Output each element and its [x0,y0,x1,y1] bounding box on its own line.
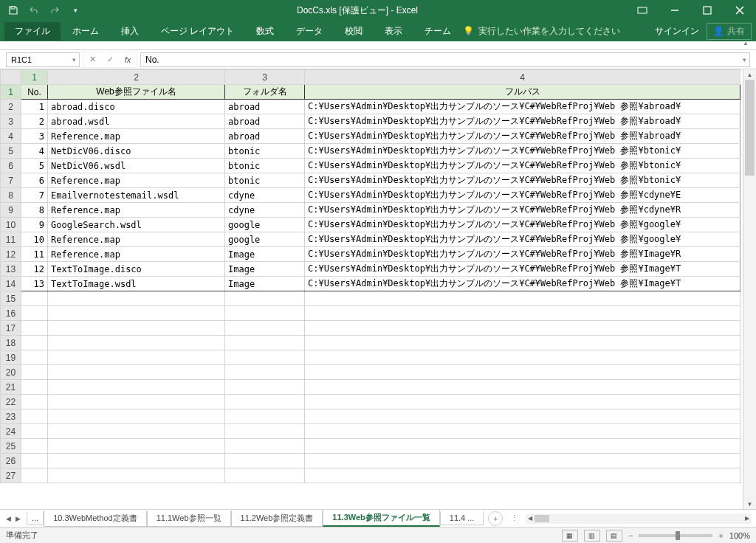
row-head[interactable]: 11 [1,232,21,247]
row-head[interactable]: 22 [1,395,21,409]
cell[interactable]: GoogleSearch.wsdl [48,218,225,232]
tab-nav-next-icon[interactable]: ▶ [16,515,21,522]
cell[interactable]: Image [225,247,305,262]
tab-nav-prev-icon[interactable]: ◀ [6,515,11,522]
cell[interactable]: Reference.map [48,232,225,247]
tab-view[interactable]: 表示 [374,22,413,41]
scroll-down-icon[interactable]: ▼ [743,499,756,509]
redo-icon[interactable] [49,4,61,16]
sheet-tab-more-left[interactable]: ... [27,511,44,525]
sheet-tab-1[interactable]: 10.3WebMethod定義書 [44,511,147,527]
cell[interactable] [305,291,740,306]
select-all-corner[interactable] [1,70,21,85]
scroll-right-icon[interactable]: ▶ [743,513,752,524]
cell[interactable] [21,336,48,350]
tab-review[interactable]: 校閲 [334,22,373,41]
cell[interactable] [305,350,740,365]
cell[interactable]: 8 [21,203,48,218]
cell[interactable]: C:¥Users¥Admin¥Desktop¥出力サンプルのソース¥C#¥Web… [305,159,740,173]
cell[interactable] [225,336,305,350]
cell[interactable]: 1 [21,100,48,114]
cell[interactable] [305,439,740,454]
cell[interactable] [225,306,305,321]
row-head[interactable]: 24 [1,424,21,439]
cell[interactable] [305,409,740,424]
cell[interactable] [48,350,225,365]
tab-data[interactable]: データ [286,22,333,41]
cell[interactable] [48,321,225,336]
header-no[interactable]: No. [21,85,48,100]
cell[interactable]: 2 [21,114,48,129]
cell[interactable] [21,468,48,483]
vscroll-thumb[interactable] [745,80,755,176]
sheet-tab-5[interactable]: 11.4 ... [440,511,484,525]
cell[interactable] [48,439,225,454]
row-head[interactable]: 8 [1,188,21,203]
cell[interactable]: abroad.disco [48,100,225,114]
row-head[interactable]: 4 [1,129,21,144]
cell[interactable] [305,336,740,350]
cell[interactable]: cdyne [225,188,305,203]
cell[interactable] [48,380,225,395]
row-head[interactable]: 21 [1,380,21,395]
cell[interactable]: C:¥Users¥Admin¥Desktop¥出力サンプルのソース¥C#¥Web… [305,247,740,262]
cell[interactable] [21,365,48,380]
row-head[interactable]: 1 [1,85,21,100]
cell[interactable]: 11 [21,247,48,262]
cell[interactable]: 4 [21,144,48,159]
row-head[interactable]: 18 [1,336,21,350]
cell[interactable] [305,424,740,439]
row-head[interactable]: 14 [1,277,21,291]
cell[interactable] [21,439,48,454]
cell[interactable] [21,306,48,321]
zoom-slider[interactable] [639,534,712,537]
tab-formulas[interactable]: 数式 [246,22,284,41]
cell[interactable] [305,321,740,336]
cell[interactable]: 5 [21,159,48,173]
cell[interactable] [225,291,305,306]
cell[interactable]: 7 [21,188,48,203]
cell[interactable]: abroad [225,114,305,129]
cell[interactable]: btonic [225,144,305,159]
cell[interactable] [225,321,305,336]
cell[interactable] [225,365,305,380]
cell[interactable]: abroad.wsdl [48,114,225,129]
cell[interactable]: 13 [21,277,48,291]
cell[interactable] [48,291,225,306]
cell[interactable] [48,454,225,468]
minimize-icon[interactable] [659,0,691,21]
header-path[interactable]: フルパス [305,85,740,100]
zoom-in-button[interactable]: + [718,531,723,540]
view-pagebreak-icon[interactable]: ▤ [606,530,622,542]
cell[interactable]: google [225,218,305,232]
cell[interactable] [225,380,305,395]
cell[interactable]: 9 [21,218,48,232]
name-box[interactable]: R1C1 [6,52,80,67]
cell[interactable]: google [225,232,305,247]
cell[interactable] [21,350,48,365]
cell[interactable]: C:¥Users¥Admin¥Desktop¥出力サンプルのソース¥C#¥Web… [305,218,740,232]
sheet-tab-2[interactable]: 11.1Web参照一覧 [147,511,231,527]
formula-input[interactable]: No. [140,52,750,67]
row-head[interactable]: 2 [1,100,21,114]
zoom-level[interactable]: 100% [729,531,750,540]
col-head-4[interactable]: 4 [305,70,740,85]
cell[interactable]: Reference.map [48,203,225,218]
cell[interactable] [48,424,225,439]
cell[interactable] [48,365,225,380]
row-head[interactable]: 16 [1,306,21,321]
cell[interactable] [225,424,305,439]
cell[interactable] [48,306,225,321]
enter-formula-icon[interactable]: ✓ [101,52,119,67]
cell[interactable] [21,454,48,468]
row-head[interactable]: 23 [1,409,21,424]
share-button[interactable]: 👤 共有 [707,23,752,40]
cell[interactable] [305,306,740,321]
row-head[interactable]: 13 [1,262,21,277]
view-pagelayout-icon[interactable]: ▥ [584,530,600,542]
vertical-scrollbar[interactable]: ▲ ▼ [743,69,756,509]
cell[interactable] [225,439,305,454]
scroll-up-icon[interactable]: ▲ [743,69,756,80]
cell[interactable]: Reference.map [48,173,225,188]
row-head[interactable]: 10 [1,218,21,232]
